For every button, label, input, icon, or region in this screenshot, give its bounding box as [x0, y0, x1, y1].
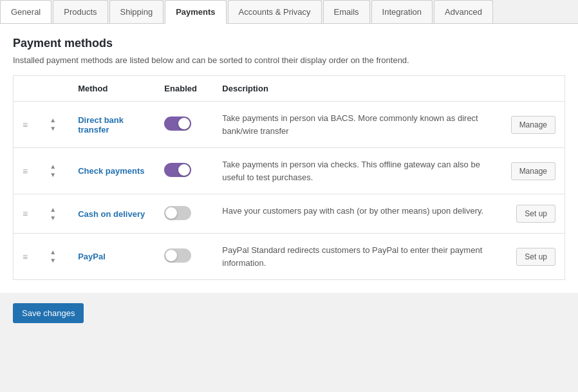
payment-table: Method Enabled Description ≡ ▲ ▼ Direct …: [13, 75, 565, 280]
col-enabled: Enabled: [155, 76, 213, 102]
method-name-link[interactable]: Direct bank transfer: [78, 115, 124, 135]
enabled-toggle[interactable]: [164, 206, 191, 220]
description-text: PayPal Standard redirects customers to P…: [222, 245, 482, 268]
tabs-bar: GeneralProductsShippingPaymentsAccounts …: [0, 0, 578, 24]
enabled-toggle[interactable]: [164, 117, 191, 131]
main-content: Payment methods Installed payment method…: [0, 24, 578, 293]
col-handle: [14, 76, 37, 102]
tab-emails[interactable]: Emails: [323, 0, 370, 23]
description-text: Have your customers pay with cash (or by…: [222, 206, 483, 216]
move-down-button[interactable]: ▼: [46, 171, 60, 179]
footer: Save changes: [0, 293, 578, 333]
description-text: Take payments in person via checks. This…: [222, 160, 480, 182]
col-description: Description: [213, 76, 500, 102]
drag-handle-icon[interactable]: ≡: [23, 120, 28, 130]
table-row: ≡ ▲ ▼ Cash on delivery Have your custome…: [14, 194, 565, 234]
action-button[interactable]: Manage: [511, 116, 555, 134]
tab-general[interactable]: General: [0, 0, 51, 23]
page-title: Payment methods: [13, 37, 565, 50]
table-row: ≡ ▲ ▼ Direct bank transfer Take payments…: [14, 102, 565, 148]
table-row: ≡ ▲ ▼ PayPal PayPal Standard redirects c…: [14, 234, 565, 280]
drag-handle-icon[interactable]: ≡: [23, 252, 28, 262]
enabled-toggle[interactable]: [164, 248, 191, 263]
table-row: ≡ ▲ ▼ Check payments Take payments in pe…: [14, 148, 565, 194]
move-up-button[interactable]: ▲: [46, 163, 60, 171]
action-button[interactable]: Manage: [511, 162, 555, 180]
tab-payments[interactable]: Payments: [165, 0, 226, 24]
method-name-link[interactable]: PayPal: [78, 252, 106, 261]
col-arrows: [37, 76, 69, 102]
enabled-toggle[interactable]: [164, 163, 191, 177]
drag-handle-icon[interactable]: ≡: [23, 209, 28, 219]
action-button[interactable]: Set up: [516, 248, 555, 266]
col-action: [501, 76, 565, 102]
tab-advanced[interactable]: Advanced: [434, 0, 493, 23]
move-down-button[interactable]: ▼: [46, 125, 60, 133]
tab-shipping[interactable]: Shipping: [109, 0, 164, 23]
move-up-button[interactable]: ▲: [46, 117, 60, 124]
move-down-button[interactable]: ▼: [46, 257, 60, 265]
method-name-link[interactable]: Cash on delivery: [78, 209, 145, 219]
tab-products[interactable]: Products: [53, 0, 107, 23]
description-text: Take payments in person via BACS. More c…: [222, 113, 478, 136]
method-name-link[interactable]: Check payments: [78, 166, 144, 176]
move-up-button[interactable]: ▲: [46, 248, 60, 256]
tab-accounts-privacy[interactable]: Accounts & Privacy: [228, 0, 322, 23]
drag-handle-icon[interactable]: ≡: [23, 166, 28, 176]
tab-integration[interactable]: Integration: [371, 0, 433, 23]
move-up-button[interactable]: ▲: [46, 206, 60, 214]
move-down-button[interactable]: ▼: [46, 214, 60, 222]
page-description: Installed payment methods are listed bel…: [13, 55, 565, 65]
col-method: Method: [69, 76, 155, 102]
action-button[interactable]: Set up: [516, 205, 555, 223]
save-changes-button[interactable]: Save changes: [13, 303, 84, 323]
